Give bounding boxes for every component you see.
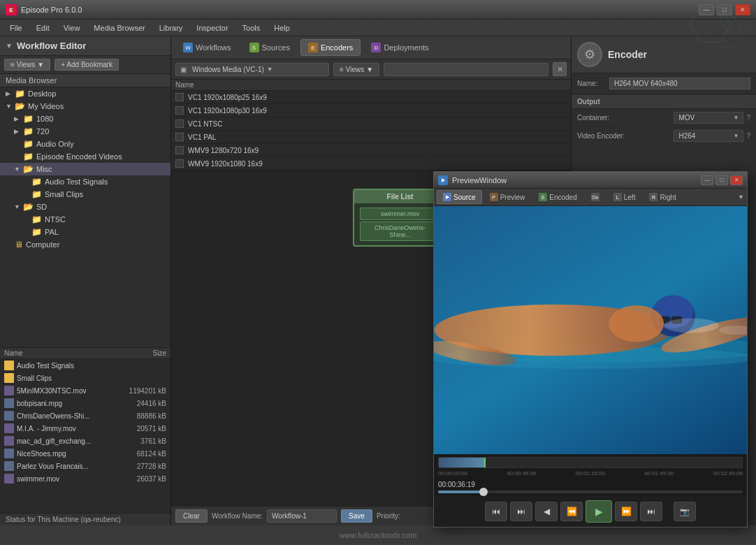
scrubber-track[interactable] bbox=[438, 490, 743, 493]
list-item[interactable]: VC1 PAL bbox=[171, 131, 571, 144]
tree-item-desktop[interactable]: ▶ 📁 Desktop bbox=[0, 87, 170, 100]
menu-edit[interactable]: Edit bbox=[29, 22, 57, 34]
tree-item-720[interactable]: ▶ 📁 720 bbox=[0, 125, 170, 138]
scrubber-handle[interactable] bbox=[479, 488, 488, 496]
list-item[interactable]: WMV9 1920x1080 16x9 bbox=[171, 157, 571, 170]
tree-item-misc[interactable]: ▼ 📂 Misc bbox=[0, 163, 170, 175]
prev-frame-button[interactable]: ⏭ bbox=[510, 502, 532, 521]
workflow-name-input[interactable] bbox=[267, 509, 337, 523]
views-button[interactable]: ≡ Views ▼ bbox=[4, 59, 50, 71]
tab-workflows[interactable]: W Workflows bbox=[175, 39, 239, 56]
video-encoder-help[interactable]: ? bbox=[746, 132, 750, 140]
menu-inspector[interactable]: Inspector bbox=[189, 22, 235, 34]
list-item[interactable]: bobpisani.mpg 24416 kB bbox=[0, 397, 170, 409]
list-item[interactable]: 5MinIMX30NTSC.mov 1194201 kB bbox=[0, 384, 170, 397]
file-col-size: Size bbox=[117, 349, 166, 357]
menu-view[interactable]: View bbox=[57, 22, 87, 34]
tree-item-sd[interactable]: ▼ 📂 SD bbox=[0, 201, 170, 213]
tree-item-small-clips[interactable]: 📁 Small Clips bbox=[0, 188, 170, 201]
preview-close-button[interactable]: ✕ bbox=[730, 175, 743, 185]
container-help[interactable]: ? bbox=[746, 114, 750, 122]
rewind-button[interactable]: ⏪ bbox=[560, 502, 583, 521]
folder-icon: 📁 bbox=[23, 126, 34, 136]
menu-tools[interactable]: Tools bbox=[235, 22, 268, 34]
tree-item-episode-encoded[interactable]: 📁 Episode Encoded Videos bbox=[0, 150, 170, 163]
preview-tab-left[interactable]: L Left bbox=[607, 190, 642, 204]
tree-item-audio-test-signals[interactable]: 📁 Audio Test Signals bbox=[0, 175, 170, 188]
menu-media-browser[interactable]: Media Browser bbox=[87, 22, 152, 34]
preview-tab-right[interactable]: R Right bbox=[643, 190, 682, 204]
list-item[interactable]: NiceShoes.mpg 68124 kB bbox=[0, 447, 170, 460]
tree-item-myvideos[interactable]: ▼ 📂 My Videos bbox=[0, 100, 170, 112]
play-button[interactable]: ▶ bbox=[586, 500, 612, 523]
menu-library[interactable]: Library bbox=[152, 22, 190, 34]
tree-item-ntsc[interactable]: 📁 NTSC bbox=[0, 213, 170, 226]
encoder-name-field[interactable] bbox=[609, 78, 750, 89]
preview-tab-on[interactable]: On bbox=[585, 190, 606, 204]
step-back-button[interactable]: ◀ bbox=[535, 502, 558, 521]
timeline-label-0: 00:00:00:00 bbox=[438, 470, 467, 477]
encoder-checkbox[interactable] bbox=[175, 93, 184, 101]
maximize-button[interactable]: □ bbox=[717, 4, 732, 15]
list-item[interactable]: Audio Test Signals bbox=[0, 359, 170, 372]
encoder-search-close-button[interactable]: ✕ bbox=[553, 62, 567, 76]
clear-button[interactable]: Clear bbox=[175, 509, 208, 523]
list-item[interactable]: mac_ad_gift_exchang... 3761 kB bbox=[0, 435, 170, 447]
preview-tab-source[interactable]: ▶ Source bbox=[437, 190, 482, 204]
list-item[interactable]: WMV9 1280x720 16x9 bbox=[171, 144, 571, 157]
encoder-panel-header: ⚙ Encoder bbox=[572, 36, 756, 73]
list-item[interactable]: M.I.A. - Jimmy.mov 20571 kB bbox=[0, 422, 170, 435]
add-bookmark-button[interactable]: + Add Bookmark bbox=[54, 59, 119, 71]
tree-arrow: ▶ bbox=[14, 128, 21, 135]
tab-deployments[interactable]: D Deployments bbox=[363, 39, 436, 56]
file-name: Small Clips bbox=[17, 375, 117, 382]
list-item[interactable]: VC1 NTSC bbox=[171, 117, 571, 131]
video-encoder-dropdown[interactable]: H264 ▼ bbox=[674, 130, 743, 142]
save-button[interactable]: Save bbox=[341, 509, 372, 523]
preview-tab-preview[interactable]: P Preview bbox=[484, 190, 532, 204]
list-item[interactable]: swimmer.mov 26037 kB bbox=[0, 472, 170, 485]
minimize-button[interactable]: — bbox=[699, 4, 714, 15]
encoder-search-input[interactable] bbox=[384, 63, 548, 76]
close-button[interactable]: ✕ bbox=[735, 4, 750, 15]
screenshot-button[interactable]: 📷 bbox=[674, 502, 696, 521]
list-item[interactable]: VC1 1920x1080p30 16x9 bbox=[171, 104, 571, 117]
preview-window: PreviewWindow — □ ✕ ▶ Source P Preview E… bbox=[433, 171, 748, 528]
encoder-checkbox[interactable] bbox=[175, 106, 184, 115]
tree-label: Desktop bbox=[28, 89, 56, 98]
encoder-views-button[interactable]: ≡ Views ▼ bbox=[333, 63, 379, 76]
tab-encoders-label: Encoders bbox=[321, 43, 353, 52]
encoder-checkbox[interactable] bbox=[175, 146, 184, 154]
encoder-checkbox[interactable] bbox=[175, 119, 184, 128]
container-dropdown[interactable]: MOV ▼ bbox=[674, 112, 743, 124]
preview-options-arrow[interactable]: ▼ bbox=[738, 194, 744, 201]
fast-forward-button[interactable]: ⏩ bbox=[615, 502, 637, 521]
tab-encoders[interactable]: E Encoders bbox=[300, 39, 361, 56]
folder-icon: 📁 bbox=[23, 114, 34, 124]
list-item[interactable]: Parlez Vous Francais... 27728 kB bbox=[0, 460, 170, 472]
menu-file[interactable]: File bbox=[3, 22, 29, 34]
encoder-name: WMV9 1920x1080 16x9 bbox=[188, 160, 567, 168]
encoder-preset-dropdown[interactable]: ▣ Windows Media (VC-1) ▼ bbox=[175, 63, 329, 76]
list-item[interactable]: VC1 1920x1080p25 16x9 bbox=[171, 91, 571, 104]
collapse-arrow[interactable]: ▼ bbox=[6, 42, 13, 50]
tree-item-computer[interactable]: 🖥 Computer bbox=[0, 238, 170, 251]
list-item[interactable]: ChrisDaneOwens-Shi... 88886 kB bbox=[0, 409, 170, 422]
preview-maximize-button[interactable]: □ bbox=[715, 175, 728, 185]
preview-minimize-button[interactable]: — bbox=[701, 175, 713, 185]
encoder-checkbox[interactable] bbox=[175, 133, 184, 141]
tree-item-pal[interactable]: 📁 PAL bbox=[0, 226, 170, 238]
file-name: Parlez Vous Francais... bbox=[17, 463, 117, 470]
tab-sources[interactable]: S Sources bbox=[242, 39, 298, 56]
tree-item-1080[interactable]: ▶ 📁 1080 bbox=[0, 112, 170, 125]
skip-to-start-button[interactable]: ⏮ bbox=[485, 502, 507, 521]
menu-help[interactable]: Help bbox=[267, 22, 297, 34]
name-label: Name: bbox=[577, 80, 605, 87]
encoder-checkbox[interactable] bbox=[175, 159, 184, 168]
skip-to-end-button[interactable]: ⏭ bbox=[640, 502, 662, 521]
timeline-bar[interactable] bbox=[438, 457, 743, 468]
list-item[interactable]: Small Clips bbox=[0, 372, 170, 384]
tree-item-audio-only[interactable]: 📁 Audio Only bbox=[0, 138, 170, 150]
preview-tab-encoded[interactable]: E Encoded bbox=[532, 190, 583, 204]
tree-label: Misc bbox=[36, 165, 52, 173]
